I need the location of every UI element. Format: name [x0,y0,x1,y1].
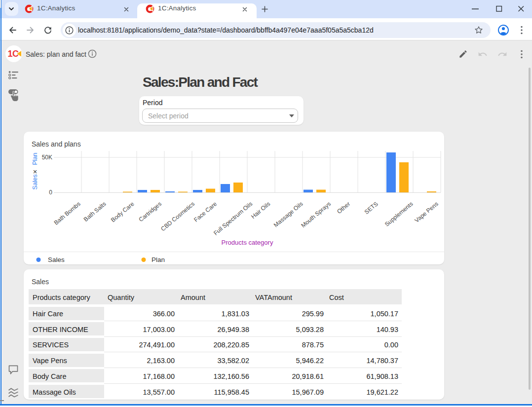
svg-text:Sales: Sales [48,256,65,263]
svg-text:Full Spectrum Oils: Full Spectrum Oils [212,200,254,237]
svg-text:Vape Pens: Vape Pens [414,200,440,224]
svg-text:Products category: Products category [222,239,273,246]
svg-text:Bath Bombs: Bath Bombs [53,200,82,226]
svg-text:Mouth Sprays: Mouth Sprays [300,200,332,229]
svg-text:Sales: Sales [32,174,38,189]
svg-text:Plan: Plan [32,152,38,165]
svg-text:SETS: SETS [363,200,380,216]
svg-text:×: × [31,170,39,174]
svg-text:Other: Other [336,200,351,215]
svg-text:Hair Oils: Hair Oils [250,200,271,220]
svg-text:Face Care: Face Care [192,200,218,223]
svg-text:Bath Salts: Bath Salts [82,200,108,223]
svg-text:Massage Oils: Massage Oils [272,200,304,228]
svg-text:Cartridges: Cartridges [138,200,163,223]
svg-text:Supplements: Supplements [383,200,415,228]
svg-text:Body Care: Body Care [110,200,136,223]
svg-text:0: 0 [49,189,52,196]
svg-text:Plan: Plan [152,256,165,263]
svg-text:CBD Cosmetics: CBD Cosmetics [159,200,196,232]
svg-text:50K: 50K [42,154,52,161]
svg-text:Sales and plans: Sales and plans [32,140,81,148]
